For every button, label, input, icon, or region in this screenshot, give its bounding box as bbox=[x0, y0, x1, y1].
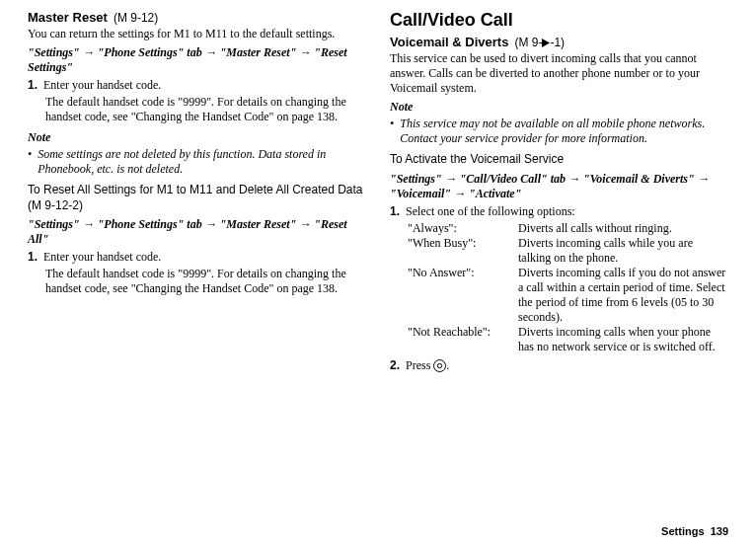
option-key: "Always": bbox=[408, 221, 518, 236]
svg-point-1 bbox=[434, 360, 446, 372]
footer-label: Settings bbox=[661, 525, 704, 537]
reset-all-heading: To Reset All Settings for M1 to M11 and … bbox=[28, 183, 366, 213]
step-number: 1. bbox=[28, 250, 38, 265]
menuref-prefix: (M 9- bbox=[514, 36, 542, 49]
option-key: "Not Reachable": bbox=[408, 325, 518, 340]
option-row: "Not Reachable": Diverts incoming calls … bbox=[408, 325, 728, 354]
option-value: Diverts all calls without ringing. bbox=[518, 221, 728, 236]
option-row: "No Answer": Diverts incoming calls if y… bbox=[408, 266, 728, 325]
divert-options: "Always": Diverts all calls without ring… bbox=[408, 221, 728, 354]
step2-prefix: Press bbox=[406, 358, 433, 372]
step2-suffix: . bbox=[446, 358, 449, 372]
reset-all-title: To Reset All Settings for M1 to M11 and … bbox=[28, 183, 363, 196]
page-footer: Settings 139 bbox=[661, 525, 728, 537]
voicemail-navpath: "Settings" → "Call/Video Call" tab → "Vo… bbox=[390, 172, 728, 201]
master-reset-heading: Master Reset (M 9-12) bbox=[28, 10, 366, 25]
vm-note-label: Note bbox=[390, 100, 728, 115]
step-number: 1. bbox=[28, 78, 38, 93]
footer-page: 139 bbox=[711, 525, 728, 537]
option-key: "No Answer": bbox=[408, 266, 518, 280]
bullet-icon: • bbox=[28, 147, 32, 177]
step-text: Select one of the following options: bbox=[406, 204, 575, 219]
voicemail-heading: Voicemail & Diverts (M 9--1) bbox=[390, 35, 728, 49]
master-reset-title: Master Reset bbox=[28, 10, 108, 25]
call-video-section: Call/Video Call bbox=[390, 10, 728, 31]
step-text: Enter your handset code. bbox=[43, 78, 161, 93]
center-key-icon bbox=[433, 359, 446, 372]
voicemail-title: Voicemail & Diverts bbox=[390, 35, 508, 49]
vm-step1: 1. Select one of the following options: bbox=[390, 204, 728, 219]
right-column: Call/Video Call Voicemail & Diverts (M 9… bbox=[390, 10, 728, 375]
left-column: Master Reset (M 9-12) You can return the… bbox=[28, 10, 366, 375]
reset-all-step1: 1. Enter your handset code. bbox=[28, 250, 366, 265]
option-row: "Always": Diverts all calls without ring… bbox=[408, 221, 728, 236]
reset-all-navpath: "Settings" → "Phone Settings" tab → "Mas… bbox=[28, 217, 366, 247]
option-value: Diverts incoming calls when your phone h… bbox=[518, 325, 728, 354]
voicemail-intro: This service can be used to divert incom… bbox=[390, 51, 728, 96]
page: Master Reset (M 9-12) You can return the… bbox=[0, 0, 756, 381]
step-text: Enter your handset code. bbox=[43, 250, 161, 265]
reset-all-menuref: (M 9-12-2) bbox=[28, 198, 83, 212]
step-number: 2. bbox=[390, 358, 400, 373]
note-text: Some settings are not deleted by this fu… bbox=[38, 147, 366, 177]
note-label: Note bbox=[28, 130, 366, 145]
voicemail-menuref: (M 9--1) bbox=[514, 36, 565, 49]
option-value: Diverts incoming calls if you do not ans… bbox=[518, 266, 728, 325]
note-item: • Some settings are not deleted by this … bbox=[28, 147, 366, 177]
bullet-icon: • bbox=[390, 117, 394, 146]
step-number: 1. bbox=[390, 204, 400, 219]
vm-note-text: This service may not be available on all… bbox=[400, 117, 728, 146]
master-reset-navpath: "Settings" → "Phone Settings" tab → "Mas… bbox=[28, 45, 366, 75]
option-row: "When Busy": Diverts incoming calls whil… bbox=[408, 236, 728, 266]
vm-step2: 2. Press . bbox=[390, 358, 728, 373]
step-text: Press . bbox=[406, 358, 449, 373]
svg-point-2 bbox=[438, 364, 442, 368]
master-reset-intro: You can return the settings for M1 to M1… bbox=[28, 27, 366, 41]
activate-subhead: To Activate the Voicemail Service bbox=[390, 152, 728, 168]
master-reset-step1-sub: The default handset code is "9999". For … bbox=[45, 95, 366, 124]
option-key: "When Busy": bbox=[408, 236, 518, 251]
vm-note-item: • This service may not be available on a… bbox=[390, 117, 728, 146]
master-reset-step1: 1. Enter your handset code. bbox=[28, 78, 366, 93]
menuref-suffix: -1) bbox=[550, 36, 565, 49]
option-value: Diverts incoming calls while you are tal… bbox=[518, 236, 728, 266]
reset-all-step1-sub: The default handset code is "9999". For … bbox=[45, 267, 366, 296]
master-reset-menuref: (M 9-12) bbox=[113, 11, 158, 25]
